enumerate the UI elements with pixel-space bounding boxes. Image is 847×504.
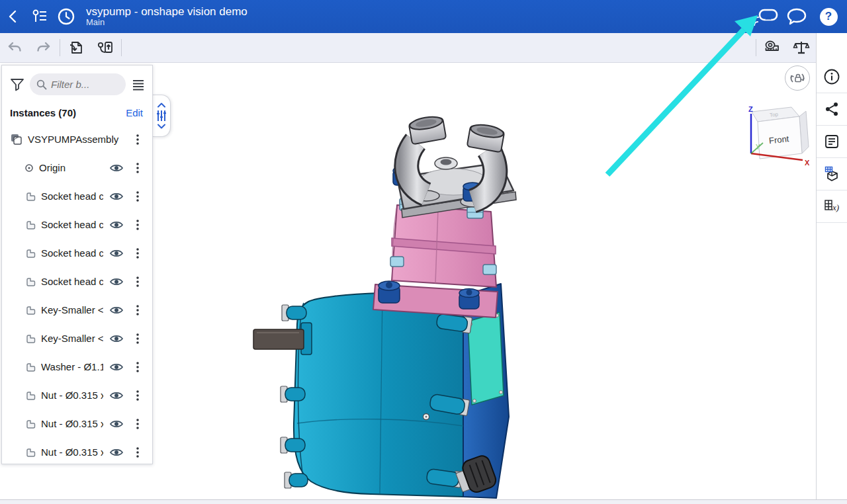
tree-row-part[interactable]: Socket head c... <box>2 239 152 267</box>
back-button[interactable] <box>0 3 26 30</box>
instances-panel: Instances (70) Edit VSYPUMPAssembly Orig… <box>1 65 153 464</box>
info-button[interactable] <box>817 61 847 93</box>
toolbar-divider <box>121 39 122 56</box>
info-icon <box>823 68 840 85</box>
pipe-cuff-left <box>408 114 447 144</box>
help-icon: ? <box>820 8 838 26</box>
tree-row-assembly[interactable]: VSYPUMPAssembly <box>2 125 152 153</box>
configurations-button[interactable]: x) <box>817 190 847 223</box>
share-button[interactable] <box>817 93 847 126</box>
back-icon <box>6 9 21 24</box>
item-menu-button[interactable] <box>130 361 146 373</box>
flange-bolt-1 <box>379 281 400 303</box>
history-icon <box>57 7 75 26</box>
pipe-cuff-right <box>467 122 506 152</box>
axis-y-label: Y <box>756 144 760 151</box>
history-button[interactable] <box>53 3 79 30</box>
tree-item-label: Key-Smaller <2> <box>41 333 103 344</box>
part-icon <box>24 418 36 429</box>
undo-button[interactable] <box>0 33 29 62</box>
rotate-lock-icon <box>789 69 806 87</box>
tree-row-part[interactable]: Socket head c... <box>2 210 152 239</box>
item-menu-button[interactable] <box>130 162 146 174</box>
visibility-eye-button[interactable] <box>109 447 124 458</box>
item-menu-button[interactable] <box>130 219 146 231</box>
item-menu-button[interactable] <box>130 190 146 202</box>
part-icon <box>24 247 36 259</box>
visibility-eye-button[interactable] <box>109 276 124 287</box>
tree-row-part[interactable]: Nut - Ø0.315 x... <box>2 381 152 409</box>
filter-search-box[interactable] <box>30 73 126 95</box>
tree-row-part[interactable]: Washer - Ø1.1... <box>2 353 152 381</box>
mass-properties-button[interactable] <box>787 33 816 62</box>
tree-item-label: Nut - Ø0.315 x... <box>41 390 103 401</box>
redo-button[interactable] <box>29 33 58 62</box>
tree-item-label: Socket head c... <box>41 276 103 287</box>
visibility-eye-button[interactable] <box>109 362 124 372</box>
visibility-eye-button[interactable] <box>109 220 124 230</box>
part-icon <box>24 333 36 344</box>
panel-resize-handle[interactable] <box>153 95 171 137</box>
document-title-block: vsypump - onshape vision demo Main <box>86 5 247 28</box>
pump-shaft[interactable] <box>253 323 312 355</box>
bom-button[interactable] <box>817 158 847 190</box>
visibility-eye-button[interactable] <box>109 248 124 259</box>
bottom-edge-strip <box>0 499 847 504</box>
item-menu-button[interactable] <box>130 134 146 146</box>
ar-cast-icon <box>752 7 778 26</box>
tree-row-part[interactable]: Nut - Ø0.315 x... <box>2 438 152 464</box>
view-cube[interactable]: Front Top Z X Y <box>738 105 816 171</box>
svg-text:x): x) <box>832 202 839 212</box>
measure-icon <box>764 40 781 56</box>
item-menu-button[interactable] <box>130 446 146 458</box>
tree-item-label: Socket head c... <box>41 219 103 230</box>
visibility-eye-button[interactable] <box>109 333 124 344</box>
visibility-eye-button[interactable] <box>109 419 124 429</box>
item-menu-button[interactable] <box>130 276 146 288</box>
tree-row-part[interactable]: Key-Smaller <2> <box>2 324 152 353</box>
tree-item-label: Socket head c... <box>41 190 103 202</box>
tree-row-part[interactable]: Socket head c... <box>2 182 152 210</box>
toolbar-divider <box>756 39 756 56</box>
item-menu-button[interactable] <box>130 418 146 430</box>
help-button[interactable]: ? <box>815 3 842 30</box>
comment-button[interactable] <box>783 3 810 30</box>
tree-row-origin[interactable]: Origin <box>2 153 152 182</box>
version-tree-icon <box>31 9 48 24</box>
part-icon <box>24 276 36 287</box>
part-icon <box>24 219 36 230</box>
item-menu-button[interactable] <box>130 390 146 401</box>
item-menu-button[interactable] <box>130 304 146 316</box>
assembly-toolbar <box>0 33 816 63</box>
part-icon <box>24 361 36 372</box>
ar-cast-button[interactable] <box>752 3 778 30</box>
tree-row-part[interactable]: Key-Smaller <1> <box>2 296 152 324</box>
insert-button[interactable] <box>62 33 91 62</box>
item-menu-button[interactable] <box>130 247 146 259</box>
instances-count-label: Instances (70) <box>10 107 76 118</box>
rotate-lock-button[interactable] <box>785 65 810 91</box>
view-cube-top-label: Top <box>770 111 779 118</box>
filter-icon[interactable] <box>10 78 24 91</box>
pump-access-plate[interactable] <box>468 312 504 405</box>
visibility-eye-button[interactable] <box>109 191 124 202</box>
transform-icon <box>97 40 114 56</box>
tree-row-part[interactable]: Socket head c... <box>2 267 152 296</box>
measure-button[interactable] <box>758 33 787 62</box>
tree-item-label: Washer - Ø1.1... <box>41 361 103 372</box>
visibility-eye-button[interactable] <box>109 163 124 173</box>
visibility-eye-button[interactable] <box>109 390 124 401</box>
edit-link[interactable]: Edit <box>126 107 143 118</box>
version-tree-button[interactable] <box>26 3 53 30</box>
notes-button[interactable] <box>817 126 847 158</box>
tree-row-part[interactable]: Nut - Ø0.315 x... <box>2 409 152 438</box>
item-menu-button[interactable] <box>130 333 146 345</box>
part-icon <box>24 446 36 458</box>
visibility-eye-button[interactable] <box>109 305 124 315</box>
view-cube-front-label: Front <box>768 134 789 146</box>
notes-icon <box>824 134 840 149</box>
instances-tree: VSYPUMPAssembly Origin Socket head c. <box>2 124 152 464</box>
list-view-icon[interactable] <box>131 78 146 91</box>
filter-input[interactable] <box>51 79 111 90</box>
transform-button[interactable] <box>91 33 120 62</box>
